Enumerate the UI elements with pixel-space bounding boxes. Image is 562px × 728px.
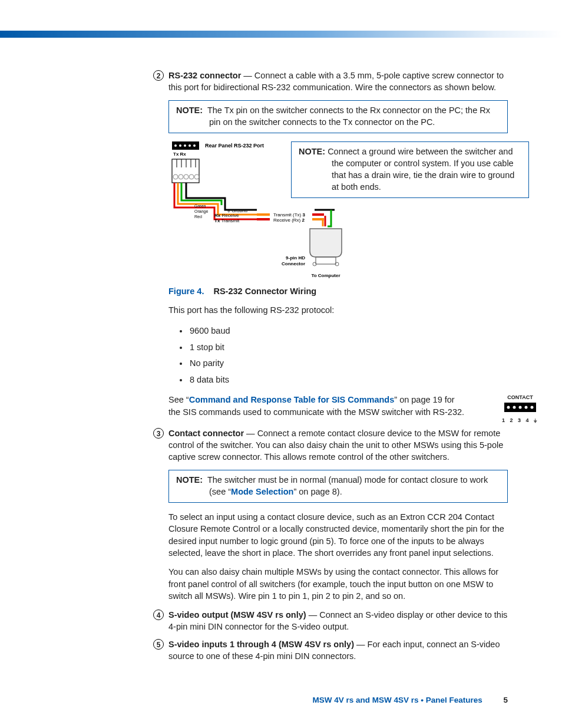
note-text: The Tx pin on the switcher connects to t…	[207, 106, 490, 127]
protocol-list: 9600 baud 1 stop bit No parity 8 data bi…	[168, 323, 508, 388]
link-sis-commands[interactable]: Command and Response Table for SIS Comma…	[189, 395, 395, 404]
see-pre: See “	[168, 395, 189, 404]
item-4-title: S-video output (MSW 4SV rs only)	[168, 610, 306, 620]
protocol-item: 8 data bits	[189, 372, 508, 388]
item-4: 4 S-video output (MSW 4SV rs only) — Con…	[153, 609, 508, 633]
protocol-item: No parity	[189, 355, 508, 372]
label-receive: Receive	[222, 213, 239, 218]
label-rxpin-n: 2	[302, 218, 305, 223]
svg-point-34	[525, 406, 528, 409]
svg-point-14	[184, 174, 189, 179]
item-3: 3 Contact connector — Connect a remote c…	[153, 427, 508, 463]
contact-pins: 1 2 3 4 ⏚	[500, 417, 541, 424]
svg-point-32	[513, 406, 516, 409]
see-sis-commands: See “Command and Response Table for SIS …	[168, 394, 508, 418]
label-rx: Rx	[214, 213, 221, 218]
link-mode-selection[interactable]: Mode Selection	[231, 487, 293, 496]
svg-text:Transmit (Tx) 3: Transmit (Tx) 3	[273, 212, 306, 218]
svg-point-31	[507, 406, 510, 409]
svg-point-16	[194, 174, 199, 179]
callout-number-4: 4	[153, 610, 164, 620]
footer-text: MSW 4V rs and MSW 4SV rs • Panel Feature…	[312, 696, 482, 704]
svg-rect-20	[257, 218, 270, 220]
item-2: 2 RS-232 connector — Connect a cable wit…	[153, 70, 508, 93]
figure-4-caption: Figure 4. RS-232 Connector Wiring	[168, 286, 508, 296]
item-3-title: Contact connector	[168, 429, 244, 438]
svg-text:Tx  Transmit: Tx Transmit	[214, 218, 240, 223]
protocol-item: 9600 baud	[189, 323, 508, 340]
contact-para-2: You can also daisy chain multiple MSWs b…	[168, 566, 508, 602]
wiring-diagram: Tx Rx Rear Panel RS-232 Port Green Orang…	[168, 141, 508, 281]
label-tx: Tx	[214, 218, 220, 223]
svg-point-33	[519, 406, 522, 409]
note-label: NOTE:	[176, 106, 203, 115]
protocol-item: 1 stop bit	[189, 340, 508, 356]
label-to-computer: To Computer	[311, 273, 340, 278]
svg-rect-19	[257, 213, 270, 216]
svg-point-2	[179, 144, 181, 147]
label-hd-2: Connector	[282, 261, 305, 266]
label-txpin: Transmit (Tx)	[273, 212, 302, 218]
note-post: ” on page 8).	[293, 487, 342, 496]
label-red: Red	[194, 215, 202, 219]
svg-rect-24	[312, 218, 324, 220]
label-rxpin: Receive (Rx)	[273, 218, 301, 223]
note-label: NOTE:	[299, 147, 325, 156]
svg-rect-23	[312, 213, 324, 216]
svg-point-15	[189, 174, 194, 179]
svg-point-35	[531, 406, 534, 409]
label-orange: Orange	[194, 209, 208, 214]
callout-number-3: 3	[153, 428, 164, 439]
label-green: Green	[194, 204, 206, 208]
note-text: Connect a ground wire between the switch…	[328, 147, 514, 192]
callout-number-2: 2	[153, 70, 164, 81]
label-transmit: Transmit	[221, 218, 240, 223]
note-label: NOTE:	[176, 475, 203, 485]
contact-title: CONTACT	[500, 394, 541, 401]
svg-text:Rx  Receive: Rx Receive	[214, 213, 239, 218]
figure-label: Figure 4.	[168, 286, 204, 296]
label-txrx: Tx Rx	[173, 151, 186, 157]
svg-text:9-pin HDConnector: 9-pin HDConnector	[282, 255, 305, 266]
item-5: 5 S-video inputs 1 through 4 (MSW 4SV rs…	[153, 638, 508, 662]
label-txpin-n: 3	[303, 212, 306, 218]
page-number: 5	[503, 696, 508, 704]
contact-para-1: To select an input using a contact closu…	[168, 511, 508, 559]
svg-rect-26	[316, 257, 336, 264]
svg-point-1	[174, 144, 177, 147]
protocol-intro: This port has the following RS-232 proto…	[168, 304, 508, 316]
svg-point-12	[173, 174, 178, 179]
label-port-title: Rear Panel RS-232 Port	[205, 143, 264, 149]
note-ground-wire: NOTE: Connect a ground wire between the …	[291, 141, 529, 198]
svg-text:Receive (Rx) 2: Receive (Rx) 2	[273, 218, 305, 223]
svg-point-13	[178, 174, 183, 179]
svg-point-3	[184, 144, 186, 147]
header-gradient-bar	[0, 31, 562, 38]
item-2-title: RS-232 connector	[168, 71, 241, 80]
contact-connector-figure: CONTACT 1 2 3 4 ⏚	[500, 394, 541, 424]
callout-number-5: 5	[153, 639, 164, 650]
item-5-title: S-video inputs 1 through 4 (MSW 4SV rs o…	[168, 640, 354, 649]
page-footer: MSW 4V rs and MSW 4SV rs • Panel Feature…	[312, 696, 508, 704]
note-tx-rx: NOTE: The Tx pin on the switcher connect…	[168, 100, 508, 133]
svg-point-5	[193, 144, 196, 147]
note-mode-selection: NOTE: The switcher must be in normal (ma…	[168, 470, 508, 503]
svg-point-4	[189, 144, 191, 147]
figure-caption-text: RS-232 Connector Wiring	[213, 286, 316, 296]
label-hd-1: 9-pin HD	[286, 255, 305, 261]
